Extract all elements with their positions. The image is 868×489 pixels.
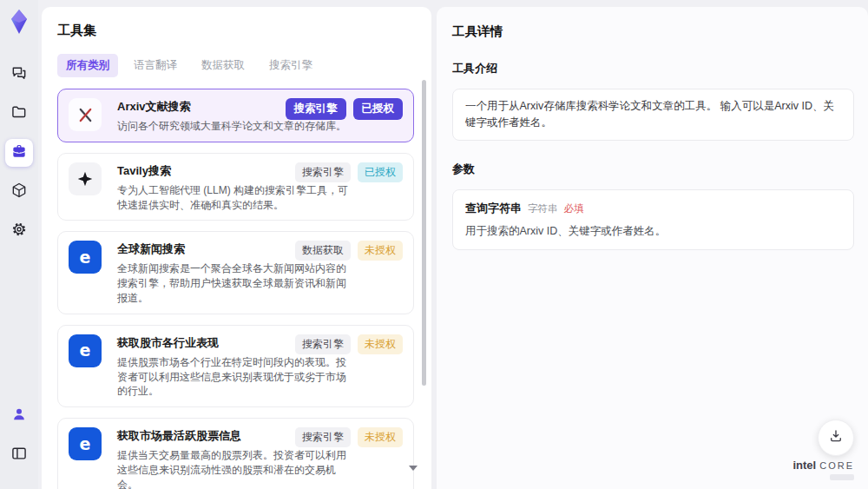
tool-card[interactable]: e 获取股市各行业表现 提供股票市场各个行业在特定时间段内的表现。投资者可以利用… [57,325,414,407]
tab-category[interactable]: 搜索引擎 [260,54,321,77]
tool-category-tag: 搜索引擎 [286,98,346,120]
tool-description: 提供当天交易量最高的股票列表。投资者可以利用这些信息来识别流动性强的股票和潜在的… [117,448,353,489]
tool-category-tag: 搜索引擎 [295,334,351,354]
tool-card[interactable]: e 全球新闻搜索 全球新闻搜索是一个聚合全球各大新闻网站内容的搜索引擎，帮助用户… [57,231,414,314]
parameter-name: 查询字符串 [465,201,522,216]
tool-description: 专为人工智能代理 (LLM) 构建的搜索引擎工具，可快速提供实时、准确和真实的结… [117,183,353,213]
tool-detail-panel: 工具详情 工具介绍 一个用于从Arxiv存储库搜索科学论文和文章的工具。 输入可… [437,7,868,489]
sidebar-item-panel-toggle[interactable] [5,441,33,469]
scroll-down-arrow-icon[interactable] [409,466,418,471]
tool-auth-badge: 未授权 [358,334,403,354]
sparkle-icon [69,162,102,195]
sidebar-item-settings[interactable] [5,217,33,245]
tool-list: Arxiv文献搜索 访问各个研究领域大量科学论文和文章的存储库。 搜索引擎 已授… [57,89,414,489]
parameter-required-flag: 必填 [564,202,584,215]
tool-list-panel: 工具集 所有类别语言翻译数据获取搜索引擎 Arxiv文献搜索 访问各个研究领域大… [42,7,431,489]
gear-icon [10,221,28,241]
tool-card[interactable]: Arxiv文献搜索 访问各个研究领域大量科学论文和文章的存储库。 搜索引擎 已授… [57,89,414,142]
sidebar-toggle-icon [10,445,28,466]
blue-e-app-icon: e [69,241,102,274]
params-heading: 参数 [452,162,854,177]
tool-category-tag: 搜索引擎 [295,427,351,447]
intel-logo-text: intel [792,459,816,472]
parameter-description: 用于搜索的Arxiv ID、关键字或作者姓名。 [465,224,841,239]
left-rail [0,0,38,489]
list-scrollbar-thumb[interactable] [422,80,426,386]
tool-auth-badge: 已授权 [353,98,404,120]
arxiv-logo-icon [69,98,102,131]
parameter-type: 字符串 [528,202,558,215]
tool-category-tag: 数据获取 [295,241,351,261]
sidebar-item-account[interactable] [5,402,33,430]
core-logo-text: CORE [819,460,854,471]
sidebar-item-chat[interactable] [5,61,33,89]
tool-intro-box: 一个用于从Arxiv存储库搜索科学论文和文章的工具。 输入可以是Arxiv ID… [452,89,854,141]
download-button[interactable] [818,420,854,456]
app-logo [8,9,30,38]
tool-auth-badge: 未授权 [358,241,403,261]
tab-category[interactable]: 数据获取 [193,54,253,77]
blue-e-app-icon: e [69,334,102,367]
tool-description: 访问各个研究领域大量科学论文和文章的存储库。 [117,119,353,134]
intro-heading: 工具介绍 [452,61,854,76]
tab-active[interactable]: 所有类别 [57,54,118,77]
intel-core-logo: intel CORE [792,459,854,480]
tool-auth-badge: 已授权 [358,162,403,182]
cube-icon [10,182,28,202]
category-tabs: 所有类别语言翻译数据获取搜索引擎 [57,54,414,77]
chat-icon [10,64,28,85]
user-icon [10,406,28,426]
tool-description: 提供股票市场各个行业在特定时间段内的表现。投资者可以利用这些信息来识别表现优于或… [117,355,353,399]
tool-auth-badge: 未授权 [358,427,403,447]
parameter-card: 查询字符串 字符串 必填 用于搜索的Arxiv ID、关键字或作者姓名。 [452,189,854,250]
folder-icon [10,103,28,124]
page-title: 工具集 [57,23,414,39]
tab-category[interactable]: 语言翻译 [125,54,186,77]
sidebar-item-files[interactable] [5,100,33,128]
tool-category-tag: 搜索引擎 [295,162,351,182]
sidebar-item-toolbox[interactable] [5,139,33,167]
tool-card[interactable]: Tavily搜索 专为人工智能代理 (LLM) 构建的搜索引擎工具，可快速提供实… [57,153,414,221]
download-icon [828,428,844,447]
briefcase-icon [10,142,28,163]
blue-e-app-icon: e [69,427,102,460]
tool-card[interactable]: e 获取市场最活跃股票信息 提供当天交易量最高的股票列表。投资者可以利用这些信息… [57,418,414,489]
intel-logo-submark [830,474,854,480]
sidebar-item-packages[interactable] [5,178,33,206]
detail-panel-title: 工具详情 [452,23,854,40]
tool-description: 全球新闻搜索是一个聚合全球各大新闻网站内容的搜索引擎，帮助用户快速获取全球最新资… [117,261,353,305]
